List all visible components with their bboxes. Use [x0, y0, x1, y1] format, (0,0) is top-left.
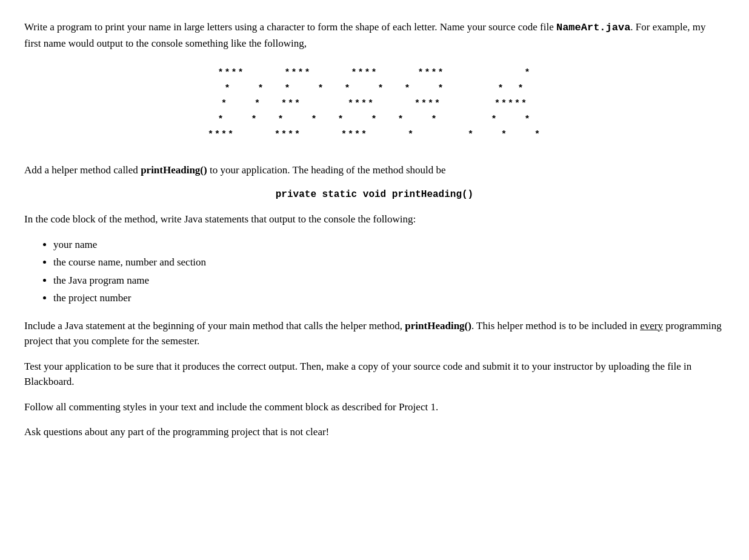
helper-intro-text2: to your application. The heading of the …: [207, 164, 446, 176]
intro-paragraph: Write a program to print your name in la…: [24, 19, 725, 51]
bullet-list: your name the course name, number and se…: [53, 237, 725, 306]
helper-intro-text1: Add a helper method called: [24, 164, 141, 176]
method-heading-code: private static void printHeading(): [24, 187, 725, 202]
intro-text1: Write a program to print your name in la…: [24, 21, 556, 33]
bullet-item-3: the Java program name: [53, 273, 725, 288]
commenting-paragraph: Follow all commenting styles in your tex…: [24, 399, 725, 415]
questions-paragraph: Ask questions about any part of the prog…: [24, 424, 725, 440]
art-line-2: * * * * * * * * * *: [24, 81, 725, 97]
code-block-intro: In the code block of the method, write J…: [24, 212, 725, 227]
test-paragraph: Test your application to be sure that it…: [24, 359, 725, 390]
art-line-1: **** **** **** **** *: [24, 65, 725, 81]
art-line-5: **** **** **** * * * *: [24, 127, 725, 143]
include-text2: . This helper method is to be included i…: [471, 320, 640, 332]
art-line-4: * * * * * * * * * *: [24, 112, 725, 128]
bullet-item-2: the course name, number and section: [53, 255, 725, 270]
filename: NameArt.java: [556, 22, 630, 33]
art-line-3: * * *** **** **** *****: [24, 96, 725, 112]
code-art-display: **** **** **** **** * * * * * * * * * * …: [24, 65, 725, 143]
final-paragraphs: Test your application to be sure that it…: [24, 359, 725, 440]
bullet-item-1: your name: [53, 237, 725, 253]
include-paragraph: Include a Java statement at the beginnin…: [24, 318, 725, 349]
helper-method-name-bold: printHeading(): [141, 164, 207, 176]
include-method-ref: printHeading(): [405, 320, 471, 332]
include-text1: Include a Java statement at the beginnin…: [24, 320, 405, 332]
bullet-item-4: the project number: [53, 290, 725, 306]
helper-method-intro: Add a helper method called printHeading(…: [24, 162, 725, 178]
include-every: every: [640, 320, 663, 332]
